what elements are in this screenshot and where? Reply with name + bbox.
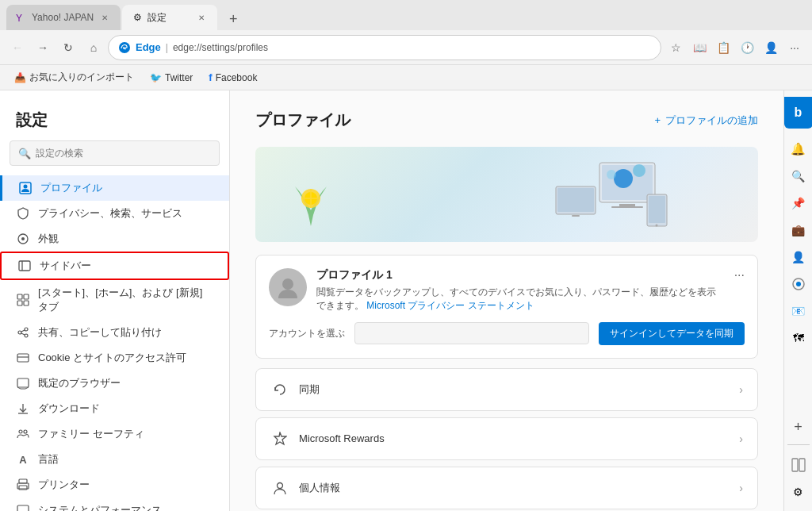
sidebar-circle-icon[interactable]: [786, 271, 811, 297]
sidebar-item-appearance-label: 外観: [38, 232, 59, 246]
menu-button[interactable]: ···: [783, 36, 806, 59]
toolbar: ← → ↻ ⌂ Edge | edge://settings/profiles …: [0, 30, 812, 65]
refresh-button[interactable]: ↻: [57, 36, 79, 59]
settings-search-input[interactable]: [36, 148, 211, 159]
svg-rect-11: [24, 301, 29, 305]
bookmark-facebook[interactable]: f Facebook: [204, 70, 262, 85]
bookmarks-bar: 📥 お気に入りのインポート 🐦 Twitter f Facebook: [0, 65, 812, 90]
sidebar-item-cookies[interactable]: Cookie とサイトのアクセス許可: [0, 345, 229, 371]
tab-settings-close[interactable]: ✕: [195, 11, 208, 24]
add-profile-button[interactable]: + プロファイルの追加: [654, 113, 758, 128]
sidebar-item-appearance[interactable]: 外観: [0, 226, 229, 252]
rewards-chevron-icon: ›: [739, 432, 743, 445]
address-bar[interactable]: Edge | edge://settings/profiles: [108, 35, 661, 60]
settings-sidebar: 設定 🔍 プロファイル プライバシー、検索、サービス: [0, 90, 230, 511]
privacy-link[interactable]: Microsoft プライバシー ステートメント: [366, 300, 534, 311]
sidebar-item-system[interactable]: システムとパフォーマンス: [0, 498, 229, 511]
back-button[interactable]: ←: [6, 36, 29, 59]
search-icon: 🔍: [18, 148, 31, 159]
tab-yahoo[interactable]: Y Yahoo! JAPAN ✕: [6, 5, 121, 30]
sync-button[interactable]: サインインしてデータを同期: [599, 322, 745, 345]
sidebar-split-icon[interactable]: [786, 452, 811, 478]
section-personal-info[interactable]: 個人情報 ›: [255, 467, 758, 509]
sidebar-item-language[interactable]: A 言語: [0, 447, 229, 472]
section-sync[interactable]: 同期 ›: [255, 368, 758, 411]
sidebar-item-privacy-label: プライバシー、検索、サービス: [38, 206, 182, 221]
address-separator: |: [166, 42, 168, 53]
sidebar-item-profile[interactable]: プロファイル: [0, 175, 229, 201]
profile-info: プロファイル 1 閲覧データをバックアップし、すべてのデバイスでお気に入り、パス…: [316, 268, 725, 313]
history-button[interactable]: 🕐: [736, 36, 758, 59]
system-icon: [16, 503, 30, 511]
sidebar-bell-icon[interactable]: 🔔: [786, 136, 811, 162]
profile-button[interactable]: 👤: [760, 36, 782, 59]
cookies-icon: [16, 351, 30, 365]
sidebar-item-default-browser[interactable]: 既定のブラウザー: [0, 371, 229, 396]
sidebar-item-start[interactable]: [スタート]、[ホーム]、および [新規] タブ: [0, 280, 229, 320]
profile-banner: [255, 147, 758, 242]
svg-rect-51: [557, 188, 594, 212]
svg-text:Y: Y: [16, 13, 22, 23]
sidebar-item-family[interactable]: ファミリー セーフティ: [0, 421, 229, 447]
svg-rect-27: [19, 479, 27, 483]
rewards-icon: [270, 429, 289, 448]
reading-list-button[interactable]: 📖: [688, 36, 710, 59]
sync-chevron-icon: ›: [739, 383, 743, 396]
sidebar-map-icon[interactable]: 🗺: [786, 325, 811, 351]
edge-logo-icon: [118, 41, 131, 54]
collections-button[interactable]: 📋: [712, 36, 734, 59]
bookmark-twitter[interactable]: 🐦 Twitter: [145, 71, 197, 85]
settings-title: 設定: [0, 103, 229, 140]
tab-settings-title: 設定: [147, 11, 190, 25]
address-brand: Edge: [136, 41, 161, 53]
settings-favicon: ⚙: [132, 12, 143, 23]
sidebar-outlook-icon[interactable]: 📧: [786, 298, 811, 324]
svg-rect-54: [649, 196, 665, 223]
sidebar-item-downloads[interactable]: ダウンロード: [0, 396, 229, 421]
profile-name: プロファイル 1: [316, 268, 725, 282]
sidebar-icon: [17, 259, 32, 273]
content-header: プロファイル + プロファイルの追加: [255, 110, 758, 131]
svg-line-15: [21, 330, 25, 332]
sidebar-briefcase-icon[interactable]: 💼: [786, 217, 811, 243]
tab-settings[interactable]: ⚙ 設定 ✕: [122, 5, 217, 30]
personal-info-chevron-icon: ›: [739, 482, 743, 494]
profile-description: 閲覧データをバックアップし、すべてのデバイスでお気に入り、パスワード、履歴などを…: [316, 286, 725, 313]
sidebar-item-sidebar[interactable]: サイドバー: [0, 252, 229, 280]
svg-point-59: [282, 279, 293, 290]
import-icon: 📥: [14, 72, 26, 83]
personal-info-icon: [270, 478, 289, 498]
settings-search-box[interactable]: 🔍: [10, 140, 220, 166]
svg-rect-8: [17, 294, 22, 299]
svg-point-56: [614, 169, 633, 188]
facebook-icon: f: [209, 71, 212, 83]
profile-more-button[interactable]: ···: [734, 268, 745, 282]
bing-button[interactable]: b: [784, 97, 813, 129]
home-button[interactable]: ⌂: [82, 36, 105, 59]
sidebar-add-icon[interactable]: +: [786, 414, 811, 440]
sidebar-settings-icon[interactable]: ⚙: [786, 479, 811, 505]
tab-yahoo-close[interactable]: ✕: [98, 11, 111, 24]
forward-button[interactable]: →: [32, 36, 54, 59]
sidebar-item-privacy[interactable]: プライバシー、検索、サービス: [0, 201, 229, 226]
new-tab-button[interactable]: +: [222, 8, 244, 30]
section-rewards[interactable]: Microsoft Rewards ›: [255, 417, 758, 460]
favorites-button[interactable]: ☆: [665, 36, 687, 59]
downloads-icon: [16, 402, 30, 416]
avatar: [269, 268, 307, 306]
sidebar-item-share-label: 共有、コピーして貼り付け: [38, 325, 162, 340]
sidebar-item-share[interactable]: 共有、コピーして貼り付け: [0, 320, 229, 345]
svg-rect-68: [799, 459, 805, 471]
sidebar-item-printer[interactable]: プリンター: [0, 472, 229, 498]
svg-rect-17: [17, 354, 29, 362]
account-label: アカウントを選ぶ: [269, 327, 345, 340]
sidebar-item-sidebar-label: サイドバー: [40, 259, 91, 273]
bookmark-import[interactable]: 📥 お気に入りのインポート: [10, 69, 139, 86]
sidebar-person-icon[interactable]: 👤: [786, 244, 811, 270]
sidebar-item-start-label: [スタート]、[ホーム]、および [新規] タブ: [38, 286, 213, 314]
share-icon: [16, 325, 30, 340]
svg-rect-19: [17, 378, 29, 387]
sidebar-search-icon[interactable]: 🔍: [786, 163, 811, 189]
sidebar-collections-icon[interactable]: 📌: [786, 190, 811, 216]
account-input[interactable]: [354, 322, 589, 344]
